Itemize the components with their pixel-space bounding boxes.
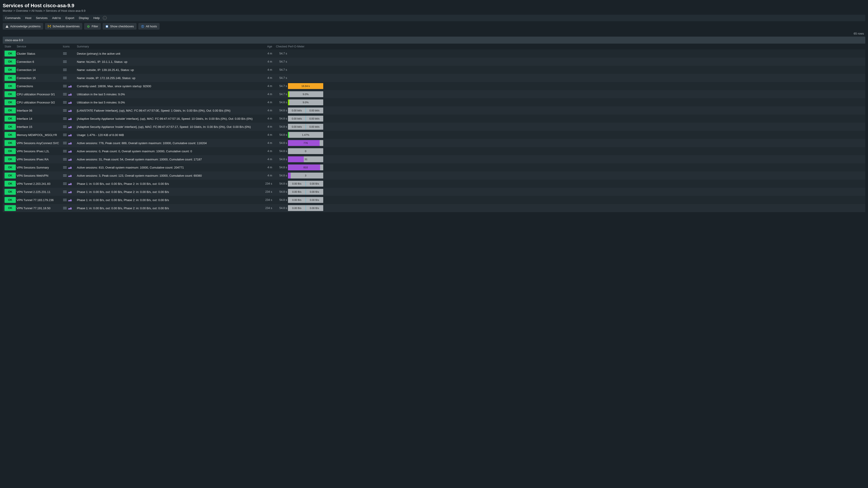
service-name[interactable]: Connection 6 [17,60,62,64]
service-name[interactable]: Connection 15 [17,76,62,80]
chart-icon[interactable] [68,206,72,210]
menu-icon[interactable] [63,166,67,169]
service-name[interactable]: Interface 06 [17,109,62,112]
menu-services[interactable]: Services [36,16,48,20]
table-row[interactable]: OKCluster StatusDevice (primary) is the … [3,50,865,58]
service-name[interactable]: CPU utilization Processor 0/1 [17,93,62,96]
table-row[interactable]: OKInterface 15[Adaptive Security Applian… [3,123,865,131]
table-row[interactable]: OKVPN Sessions AnyConnect SVCActive sess… [3,139,865,147]
table-row[interactable]: OKInterface 06[LAN/STATE Failover Interf… [3,106,865,115]
menu-icon[interactable] [63,109,67,112]
table-row[interactable]: OKConnection 15Name: inside, IP: 172.18.… [3,74,865,82]
service-name[interactable]: Interface 14 [17,117,62,121]
service-name[interactable]: VPN Tunnel 77.183.179.236 [17,198,62,202]
table-row[interactable]: OKConnectionsCurrently used: 18836, Max.… [3,82,865,90]
show-checkboxes-button[interactable]: Show checkboxes [103,23,136,30]
all-hosts-button[interactable]: All hosts [138,23,160,30]
chart-icon[interactable] [68,150,72,153]
service-name[interactable]: VPN Sessions IPsec L2L [17,150,62,153]
chart-icon[interactable] [68,125,72,128]
th-checked[interactable]: Checked [273,45,287,48]
service-name[interactable]: Connection 14 [17,68,62,72]
service-name[interactable]: VPN Tunnel 77.191.18.50 [17,206,62,210]
table-row[interactable]: OKInterface 14[Adaptive Security Applian… [3,115,865,123]
schedule-downtime-button[interactable]: 🚧 Schedule downtimes [45,23,82,30]
service-name[interactable]: VPN Sessions Summary [17,166,62,169]
menu-addto[interactable]: Add to [52,16,61,20]
table-row[interactable]: OKVPN Sessions WebVPNActive sessions: 3,… [3,171,865,180]
table-row[interactable]: OKMemory MEMPOOL_MSGLYRUsage: 1.47% - 12… [3,131,865,139]
menu-icon[interactable] [63,76,67,79]
service-name[interactable]: Memory MEMPOOL_MSGLYR [17,133,62,137]
chart-icon[interactable] [68,117,72,120]
host-group-header[interactable]: cisco-asa-9.9 [3,37,865,43]
table-row[interactable]: OKConnection 14Name: outside, IP: 139.18… [3,66,865,74]
menu-icon[interactable] [63,150,67,153]
table-row[interactable]: OKCPU utilization Processor 0/2Utilizati… [3,98,865,106]
th-age[interactable]: Age [261,45,272,48]
chart-icon[interactable] [68,141,72,144]
menu-display[interactable]: Display [79,16,89,20]
table-row[interactable]: OKVPN Sessions IPsec RAActive sessions: … [3,155,865,163]
menu-icon[interactable] [63,60,67,63]
menu-icon[interactable] [63,141,67,144]
table-row[interactable]: OKVPN Tunnel 77.191.18.50Phase 1: in: 0.… [3,204,865,212]
service-name[interactable]: VPN Tunnel 2.203.241.83 [17,182,62,186]
chevron-up-icon[interactable]: ︿ [103,16,107,20]
service-name[interactable]: CPU utilization Processor 0/2 [17,101,62,104]
chart-icon[interactable] [68,158,72,161]
th-icons[interactable]: Icons [63,45,76,48]
chart-icon[interactable] [68,182,72,185]
service-name[interactable]: VPN Sessions AnyConnect SVC [17,141,62,145]
chart-icon[interactable] [68,109,72,112]
service-name[interactable]: VPN Tunnel 2.225.231.11 [17,190,62,194]
filter-button[interactable]: Filter [84,23,101,30]
menu-icon[interactable] [63,117,67,120]
menu-commands[interactable]: Commands [5,16,21,20]
menu-icon[interactable] [63,133,67,136]
chart-icon[interactable] [68,93,72,96]
service-name[interactable]: VPN Sessions WebVPN [17,174,62,177]
menu-icon[interactable] [63,190,67,193]
table-row[interactable]: OKCPU utilization Processor 0/1Utilizati… [3,90,865,98]
service-name[interactable]: Cluster Status [17,52,62,55]
table-row[interactable]: OKVPN Tunnel 77.183.179.236Phase 1: in: … [3,196,865,204]
service-name[interactable]: Connections [17,85,62,88]
chart-icon[interactable] [68,190,72,193]
menu-icon[interactable] [63,174,67,177]
acknowledge-button[interactable]: Acknowledge problems [3,23,43,30]
menu-icon[interactable] [63,206,67,210]
menu-icon[interactable] [63,158,67,161]
th-state[interactable]: State [4,45,16,48]
menu-icon[interactable] [63,52,67,55]
menu-icon[interactable] [63,182,67,185]
menu-icon[interactable] [63,198,67,201]
th-summary[interactable]: Summary [77,45,260,48]
th-service[interactable]: Service [17,45,62,48]
chart-icon[interactable] [68,166,72,169]
table-row[interactable]: OKVPN Sessions IPsec L2LActive sessions:… [3,147,865,155]
menu-icon[interactable] [63,101,67,104]
perf-cell: 0.00 B/s0.00 B/s [288,189,323,195]
menu-icon[interactable] [63,125,67,128]
chart-icon[interactable] [68,101,72,104]
table-row[interactable]: OKConnection 6Name: foLink1, IP: 10.1.1.… [3,58,865,66]
menu-export[interactable]: Export [66,16,74,20]
table-row[interactable]: OKVPN Tunnel 2.203.241.83Phase 1: in: 0.… [3,180,865,188]
service-name[interactable]: VPN Sessions IPsec RA [17,158,62,161]
th-perf[interactable]: Perf-O-Meter [288,45,323,48]
menu-help[interactable]: Help [93,16,100,20]
menu-host[interactable]: Host [25,16,31,20]
chart-icon[interactable] [68,85,72,88]
service-name[interactable]: Interface 15 [17,125,62,129]
table-row[interactable]: OKVPN Tunnel 2.225.231.11Phase 1: in: 0.… [3,188,865,196]
chart-icon[interactable] [68,133,72,136]
chart-icon[interactable] [68,174,72,177]
icons-cell [63,182,76,185]
table-row[interactable]: OKVPN Sessions SummaryActive sessions: 8… [3,163,865,171]
menu-icon[interactable] [63,68,67,71]
menu-icon[interactable] [63,93,67,96]
breadcrumb[interactable]: Monitor > Overview > All hosts > Service… [3,9,865,12]
menu-icon[interactable] [63,85,67,88]
chart-icon[interactable] [68,198,72,201]
